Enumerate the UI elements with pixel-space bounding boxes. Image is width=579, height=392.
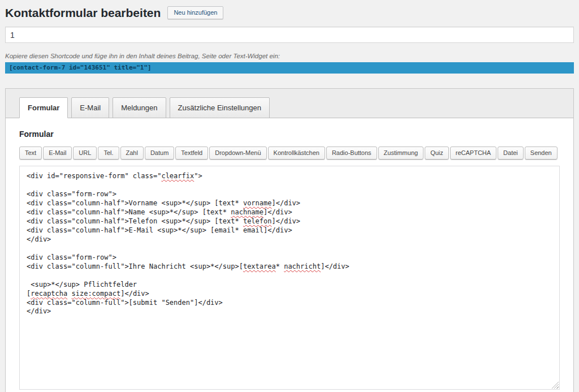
tag-generator-button-zustimmung[interactable]: Zustimmung [378, 147, 424, 160]
tag-generator-button-senden[interactable]: Senden [525, 147, 558, 160]
tag-generator-button-recaptcha[interactable]: reCAPTCHA [450, 147, 496, 160]
tab-formular[interactable]: Formular [19, 97, 68, 118]
tag-generator-row: TextE-MailURLTel.ZahlDatumTextfeldDropdo… [19, 147, 560, 162]
tab-e-mail[interactable]: E-Mail [71, 97, 109, 118]
editor-tab-bar: FormularE-MailMeldungenZusätzliche Einst… [6, 89, 573, 118]
tag-generator-button-e-mail[interactable]: E-Mail [43, 147, 72, 160]
tab-zusaetzliche-einstellungen[interactable]: Zusätzliche Einstellungen [170, 97, 270, 118]
admin-page: Kontaktformular bearbeiten Neu hinzufüge… [5, 6, 574, 392]
code-editor-wrap: <div id="responsive-form" class="clearfi… [19, 166, 560, 390]
tag-generator-button-radio-buttons[interactable]: Radio-Buttons [326, 147, 377, 160]
page-title: Kontaktformular bearbeiten [5, 6, 161, 20]
tag-generator-button-datum[interactable]: Datum [145, 147, 174, 160]
add-new-button[interactable]: Neu hinzufügen [167, 6, 223, 19]
form-title-input[interactable] [5, 27, 574, 43]
tag-generator-button-url[interactable]: URL [73, 147, 97, 160]
tab-meldungen[interactable]: Meldungen [113, 97, 166, 118]
tag-generator-button-tel[interactable]: Tel. [98, 147, 119, 160]
tag-generator-button-kontrollk-stchen[interactable]: Kontrollkästchen [268, 147, 325, 160]
tag-generator-button-dropdown-men[interactable]: Dropdown-Menü [209, 147, 266, 160]
tag-generator-button-quiz[interactable]: Quiz [425, 147, 449, 160]
tag-generator-button-datei[interactable]: Datei [498, 147, 524, 160]
page-header: Kontaktformular bearbeiten Neu hinzufüge… [5, 6, 574, 20]
tag-generator-button-zahl[interactable]: Zahl [120, 147, 144, 160]
shortcode-field[interactable]: [contact-form-7 id="143651" title="1"] [5, 62, 574, 74]
panel-heading: Formular [19, 130, 560, 139]
shortcode-description: Kopiere diesen Shortcode und füge ihn in… [5, 53, 574, 59]
tag-generator-button-textfeld[interactable]: Textfeld [175, 147, 208, 160]
form-editor-box: FormularE-MailMeldungenZusätzliche Einst… [5, 88, 574, 392]
form-panel: Formular TextE-MailURLTel.ZahlDatumTextf… [6, 118, 573, 392]
tag-generator-button-text[interactable]: Text [19, 147, 42, 160]
form-editor-textarea[interactable]: <div id="responsive-form" class="clearfi… [19, 166, 560, 390]
